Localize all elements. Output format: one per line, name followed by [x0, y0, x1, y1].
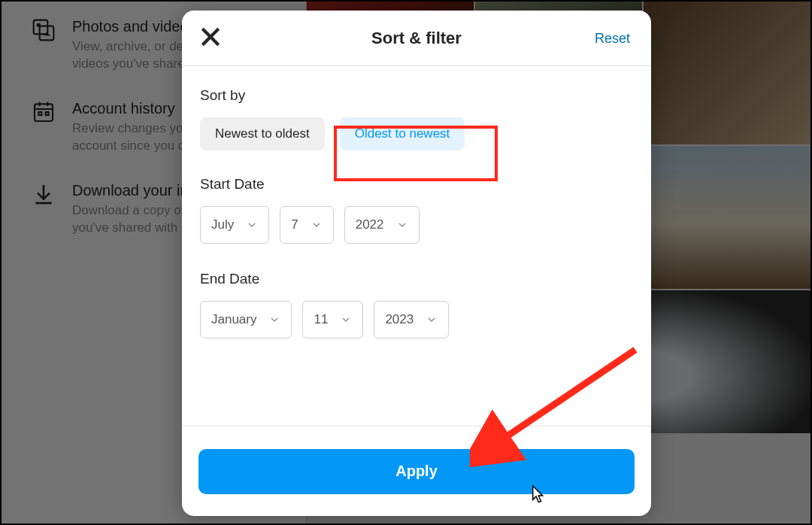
chevron-down-icon	[311, 219, 323, 231]
end-date-label: End Date	[200, 271, 633, 287]
chevron-down-icon	[268, 314, 280, 326]
start-year-select[interactable]: 2022	[344, 206, 420, 244]
end-year-select[interactable]: 2023	[374, 301, 449, 338]
sort-newest-chip[interactable]: Newest to oldest	[200, 117, 325, 150]
start-month-select[interactable]: July	[200, 206, 269, 244]
modal-title: Sort & filter	[371, 29, 462, 48]
apply-button[interactable]: Apply	[198, 449, 635, 494]
chevron-down-icon	[246, 219, 258, 231]
start-date-label: Start Date	[200, 176, 633, 193]
chevron-down-icon	[426, 314, 438, 326]
end-day-select[interactable]: 11	[302, 301, 363, 338]
chevron-down-icon	[340, 314, 352, 326]
sort-filter-modal: Sort & filter Reset Sort by Newest to ol…	[182, 11, 651, 516]
sort-by-label: Sort by	[200, 87, 633, 104]
reset-button[interactable]: Reset	[595, 30, 630, 46]
chevron-down-icon	[396, 219, 408, 231]
close-icon	[198, 25, 223, 51]
start-day-select[interactable]: 7	[280, 206, 333, 244]
end-month-select[interactable]: January	[200, 301, 292, 338]
close-button[interactable]	[195, 23, 226, 53]
sort-oldest-chip[interactable]: Oldest to newest	[340, 117, 465, 150]
